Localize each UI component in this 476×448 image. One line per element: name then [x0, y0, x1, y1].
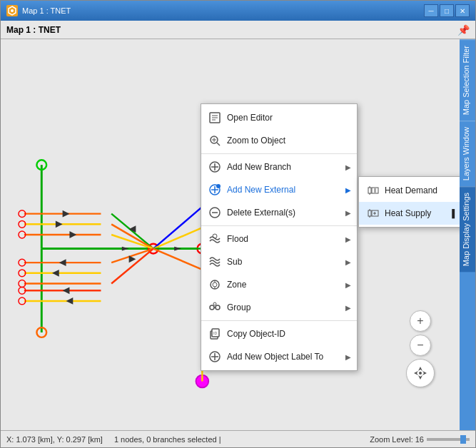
menu-open-editor[interactable]: Open Editor	[201, 106, 357, 129]
separator-2	[201, 225, 357, 226]
add-object-label-icon	[207, 349, 223, 365]
menu-flood-label: Flood	[227, 234, 248, 244]
pin-icon[interactable]: 📌	[457, 24, 470, 36]
svg-marker-52	[418, 375, 422, 380]
svg-point-1	[11, 9, 14, 12]
menu-add-new-object-label-label: Add New Object Label To	[227, 352, 323, 362]
submenu-heat-supply[interactable]: Heat Supply ▌	[359, 202, 460, 225]
svg-point-88	[213, 282, 217, 287]
app-icon	[6, 5, 18, 16]
group-arrow-icon: ▶	[345, 304, 351, 312]
context-menu: Open Editor Zoom to Object Add New Branc…	[201, 103, 358, 371]
flood-arrow-icon: ▶	[345, 235, 351, 243]
map-title: Map 1 : TNET	[6, 25, 61, 35]
svg-text:ID: ID	[213, 331, 217, 335]
svg-marker-51	[418, 367, 422, 371]
map-header: Map 1 : TNET 📌	[1, 21, 475, 39]
separator-3	[201, 320, 357, 321]
svg-line-61	[217, 143, 220, 146]
sub-icon	[207, 254, 223, 270]
submenu-heat-demand-label: Heat Demand	[385, 185, 437, 195]
sidebar-tab-map-display-settings[interactable]: Map Display Settings	[460, 186, 475, 272]
menu-add-new-branch-label: Add New Branch	[227, 162, 291, 172]
flood-icon	[207, 231, 223, 247]
menu-zoom-to-object-label: Zoom to Object	[227, 136, 285, 146]
zoom-in-button[interactable]: +	[410, 310, 431, 332]
branch-arrow-icon: ▶	[345, 163, 351, 171]
zoom-out-button[interactable]: −	[410, 335, 431, 356]
svg-point-91	[210, 305, 214, 310]
open-editor-icon	[207, 110, 223, 126]
status-info: 1 nodes, 0 branches selected |	[114, 435, 370, 444]
group-icon	[207, 300, 223, 315]
title-bar: Map 1 : TNET ─ □ ✕	[1, 1, 475, 21]
sub-arrow-icon: ▶	[345, 258, 351, 266]
menu-delete-externals-label: Delete External(s)	[227, 208, 295, 218]
zoom-level-label: Zoom Level: 16	[370, 435, 424, 444]
svg-marker-53	[414, 371, 418, 375]
window-title: Map 1 : TNET	[22, 6, 424, 15]
delete-externals-icon	[207, 205, 223, 220]
window-controls: ─ □ ✕	[424, 4, 470, 17]
menu-zoom-to-object[interactable]: Zoom to Object	[201, 129, 357, 152]
main-window: Map 1 : TNET ─ □ ✕ Map 1 : TNET 📌 ↗	[0, 0, 476, 448]
add-external-icon	[207, 182, 223, 198]
heat-demand-icon	[366, 183, 380, 198]
submenu-external: Heat Demand	[358, 176, 460, 228]
object-label-arrow-icon: ▶	[345, 353, 351, 361]
menu-copy-object-id[interactable]: ID Copy Object-ID	[201, 322, 357, 345]
map-controls: + −	[406, 310, 435, 387]
delete-externals-arrow-icon: ▶	[345, 209, 351, 217]
svg-point-92	[216, 305, 220, 310]
heat-supply-icon	[366, 206, 380, 220]
zoom-thumb	[460, 435, 466, 444]
menu-copy-object-id-label: Copy Object-ID	[227, 329, 285, 339]
separator-1	[201, 153, 357, 154]
status-zoom: Zoom Level: 16	[370, 435, 470, 444]
menu-sub-label: Sub	[227, 257, 242, 267]
map-canvas[interactable]: ↗	[1, 39, 460, 430]
close-button[interactable]: ✕	[455, 4, 470, 17]
minimize-button[interactable]: ─	[424, 4, 438, 17]
zoom-track[interactable]	[427, 438, 470, 441]
menu-group[interactable]: Group ▶	[201, 296, 357, 319]
menu-add-new-object-label[interactable]: Add New Object Label To ▶	[201, 345, 357, 368]
add-branch-icon	[207, 159, 223, 175]
submenu-heat-supply-label: Heat Supply	[385, 208, 431, 218]
menu-flood[interactable]: Flood ▶	[201, 228, 357, 250]
menu-open-editor-label: Open Editor	[227, 113, 273, 123]
external-arrow-icon: ▶	[345, 186, 351, 194]
menu-zone-label: Zone	[227, 280, 246, 290]
submenu-heat-demand[interactable]: Heat Demand	[359, 179, 460, 202]
svg-rect-78	[368, 210, 371, 216]
maximize-button[interactable]: □	[440, 4, 454, 17]
content-area: ↗	[1, 39, 475, 430]
svg-point-55	[419, 372, 422, 375]
menu-add-new-external[interactable]: Add New External ▶	[201, 178, 357, 201]
menu-zone[interactable]: Zone ▶	[201, 273, 357, 296]
svg-marker-54	[422, 371, 427, 375]
svg-point-70	[216, 184, 221, 188]
copy-object-id-icon: ID	[207, 326, 223, 342]
menu-delete-externals[interactable]: Delete External(s) ▶	[201, 201, 357, 224]
menu-add-new-branch[interactable]: Add New Branch ▶	[201, 156, 357, 178]
sidebar-tab-map-selection-filter[interactable]: Map Selection Filter	[460, 39, 475, 121]
pan-button[interactable]	[406, 359, 435, 387]
zone-icon	[207, 277, 223, 292]
zone-arrow-icon: ▶	[345, 281, 351, 289]
menu-add-new-external-label: Add New External	[227, 185, 295, 195]
svg-rect-71	[368, 188, 371, 193]
status-bar: X: 1.073 [km], Y: 0.297 [km] 1 nodes, 0 …	[1, 430, 475, 447]
status-coords: X: 1.073 [km], Y: 0.297 [km]	[6, 435, 103, 444]
sidebar-tab-layers-window[interactable]: Layers Window	[460, 121, 475, 186]
right-sidebar: Map Selection Filter Layers Window Map D…	[460, 39, 475, 430]
zoom-to-object-icon	[207, 133, 223, 148]
submenu-cursor: ▌	[452, 209, 457, 218]
svg-point-94	[213, 302, 216, 305]
menu-sub[interactable]: Sub ▶	[201, 250, 357, 273]
menu-group-label: Group	[227, 302, 250, 312]
